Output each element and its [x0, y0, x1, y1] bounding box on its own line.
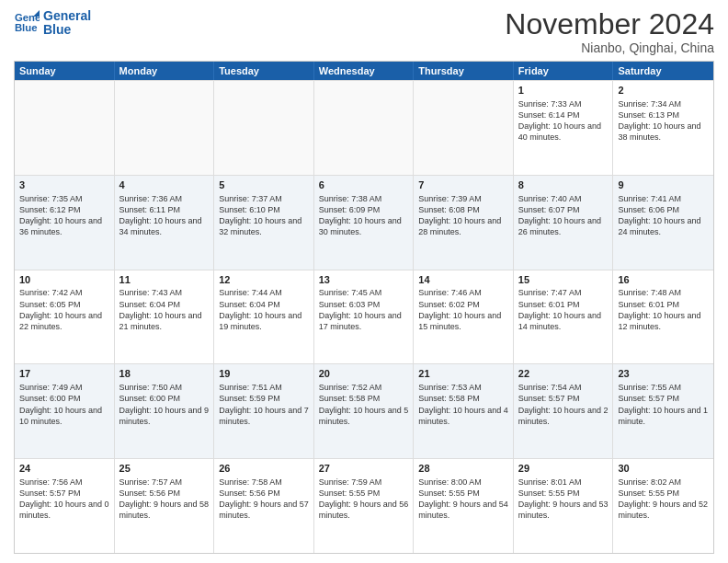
day-number: 12	[219, 273, 309, 287]
day-number: 1	[518, 84, 609, 98]
calendar: SundayMondayTuesdayWednesdayThursdayFrid…	[14, 61, 714, 554]
day-cell-2: 2Sunrise: 7:34 AM Sunset: 6:13 PM Daylig…	[613, 81, 713, 175]
header-day-wednesday: Wednesday	[314, 62, 415, 80]
day-number: 3	[19, 178, 109, 192]
day-cell-7: 7Sunrise: 7:39 AM Sunset: 6:08 PM Daylig…	[414, 176, 514, 270]
day-number: 19	[219, 367, 309, 381]
header-day-monday: Monday	[115, 62, 215, 80]
day-number: 8	[518, 178, 609, 192]
day-number: 4	[119, 178, 210, 192]
day-number: 5	[219, 178, 309, 192]
day-cell-17: 17Sunrise: 7:49 AM Sunset: 6:00 PM Dayli…	[15, 364, 115, 458]
day-cell-23: 23Sunrise: 7:55 AM Sunset: 5:57 PM Dayli…	[613, 364, 713, 458]
svg-text:Blue: Blue	[15, 22, 38, 33]
day-number: 6	[319, 178, 409, 192]
day-cell-12: 12Sunrise: 7:44 AM Sunset: 6:04 PM Dayli…	[214, 270, 314, 364]
day-number: 14	[418, 273, 508, 287]
header-day-saturday: Saturday	[613, 62, 713, 80]
day-number: 21	[418, 367, 508, 381]
day-cell-13: 13Sunrise: 7:45 AM Sunset: 6:03 PM Dayli…	[314, 270, 415, 364]
day-cell-1: 1Sunrise: 7:33 AM Sunset: 6:14 PM Daylig…	[514, 81, 614, 175]
day-number: 2	[618, 84, 709, 98]
page-header: General Blue General Blue November 2024 …	[14, 9, 714, 55]
calendar-header: SundayMondayTuesdayWednesdayThursdayFrid…	[15, 62, 713, 80]
day-cell-16: 16Sunrise: 7:48 AM Sunset: 6:01 PM Dayli…	[613, 270, 713, 364]
header-day-thursday: Thursday	[414, 62, 514, 80]
calendar-row-2: 3Sunrise: 7:35 AM Sunset: 6:12 PM Daylig…	[15, 175, 713, 270]
logo-text: General Blue	[43, 9, 91, 38]
day-number: 16	[618, 273, 709, 287]
day-cell-14: 14Sunrise: 7:46 AM Sunset: 6:02 PM Dayli…	[414, 270, 514, 364]
calendar-row-4: 17Sunrise: 7:49 AM Sunset: 6:00 PM Dayli…	[15, 363, 713, 458]
day-cell-8: 8Sunrise: 7:40 AM Sunset: 6:07 PM Daylig…	[514, 176, 614, 270]
location: Nianbo, Qinghai, China	[505, 40, 714, 55]
day-number: 22	[518, 367, 609, 381]
day-cell-15: 15Sunrise: 7:47 AM Sunset: 6:01 PM Dayli…	[514, 270, 614, 364]
header-day-tuesday: Tuesday	[214, 62, 314, 80]
day-cell-21: 21Sunrise: 7:53 AM Sunset: 5:58 PM Dayli…	[414, 364, 514, 458]
day-number: 26	[219, 462, 309, 476]
day-cell-5: 5Sunrise: 7:37 AM Sunset: 6:10 PM Daylig…	[214, 176, 314, 270]
month-title: November 2024	[505, 9, 714, 39]
day-cell-28: 28Sunrise: 8:00 AM Sunset: 5:55 PM Dayli…	[414, 459, 514, 553]
header-day-sunday: Sunday	[15, 62, 115, 80]
day-cell-4: 4Sunrise: 7:36 AM Sunset: 6:11 PM Daylig…	[115, 176, 215, 270]
day-number: 13	[319, 273, 409, 287]
day-number: 11	[119, 273, 210, 287]
empty-cell	[115, 81, 215, 175]
day-number: 25	[119, 462, 210, 476]
day-number: 18	[119, 367, 210, 381]
day-cell-11: 11Sunrise: 7:43 AM Sunset: 6:04 PM Dayli…	[115, 270, 215, 364]
day-cell-18: 18Sunrise: 7:50 AM Sunset: 6:00 PM Dayli…	[115, 364, 215, 458]
day-cell-19: 19Sunrise: 7:51 AM Sunset: 5:59 PM Dayli…	[214, 364, 314, 458]
day-cell-25: 25Sunrise: 7:57 AM Sunset: 5:56 PM Dayli…	[115, 459, 215, 553]
calendar-row-5: 24Sunrise: 7:56 AM Sunset: 5:57 PM Dayli…	[15, 458, 713, 553]
day-cell-26: 26Sunrise: 7:58 AM Sunset: 5:56 PM Dayli…	[214, 459, 314, 553]
empty-cell	[414, 81, 514, 175]
day-number: 20	[319, 367, 409, 381]
day-number: 7	[418, 178, 508, 192]
day-number: 17	[19, 367, 109, 381]
calendar-row-1: 1Sunrise: 7:33 AM Sunset: 6:14 PM Daylig…	[15, 80, 713, 175]
header-day-friday: Friday	[514, 62, 614, 80]
title-area: November 2024 Nianbo, Qinghai, China	[505, 9, 714, 55]
logo: General Blue General Blue	[14, 9, 91, 38]
day-number: 27	[319, 462, 409, 476]
day-cell-9: 9Sunrise: 7:41 AM Sunset: 6:06 PM Daylig…	[613, 176, 713, 270]
calendar-body: 1Sunrise: 7:33 AM Sunset: 6:14 PM Daylig…	[15, 80, 713, 553]
logo-icon: General Blue	[14, 10, 40, 36]
day-number: 15	[518, 273, 609, 287]
day-number: 24	[19, 462, 109, 476]
day-number: 29	[518, 462, 609, 476]
day-cell-24: 24Sunrise: 7:56 AM Sunset: 5:57 PM Dayli…	[15, 459, 115, 553]
day-cell-30: 30Sunrise: 8:02 AM Sunset: 5:55 PM Dayli…	[613, 459, 713, 553]
day-cell-27: 27Sunrise: 7:59 AM Sunset: 5:55 PM Dayli…	[314, 459, 415, 553]
day-number: 23	[618, 367, 709, 381]
empty-cell	[214, 81, 314, 175]
empty-cell	[314, 81, 415, 175]
day-cell-3: 3Sunrise: 7:35 AM Sunset: 6:12 PM Daylig…	[15, 176, 115, 270]
day-number: 30	[618, 462, 709, 476]
calendar-page: General Blue General Blue November 2024 …	[0, 0, 728, 563]
day-cell-29: 29Sunrise: 8:01 AM Sunset: 5:55 PM Dayli…	[514, 459, 614, 553]
day-number: 10	[19, 273, 109, 287]
day-number: 28	[418, 462, 508, 476]
calendar-row-3: 10Sunrise: 7:42 AM Sunset: 6:05 PM Dayli…	[15, 270, 713, 364]
day-cell-10: 10Sunrise: 7:42 AM Sunset: 6:05 PM Dayli…	[15, 270, 115, 364]
day-number: 9	[618, 178, 709, 192]
day-cell-22: 22Sunrise: 7:54 AM Sunset: 5:57 PM Dayli…	[514, 364, 614, 458]
day-cell-6: 6Sunrise: 7:38 AM Sunset: 6:09 PM Daylig…	[314, 176, 415, 270]
day-cell-20: 20Sunrise: 7:52 AM Sunset: 5:58 PM Dayli…	[314, 364, 415, 458]
empty-cell	[15, 81, 115, 175]
